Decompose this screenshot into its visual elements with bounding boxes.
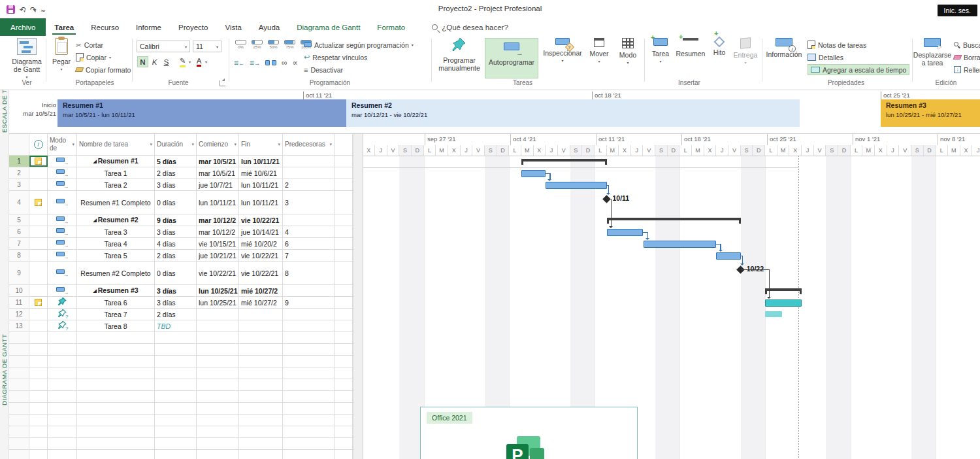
empty-cell[interactable] [239,344,283,355]
empty-cell[interactable] [283,415,335,426]
empty-cell[interactable] [155,403,197,414]
task-finish-cell[interactable] [239,309,283,320]
percent-0-button[interactable]: 0% [233,40,248,49]
filter-caret-icon[interactable]: ▾ [329,141,332,148]
copy-button[interactable]: Copiar ▾ [76,52,111,63]
sign-in-button[interactable]: Inic. ses. [938,5,977,16]
empty-cell[interactable] [155,332,197,343]
tab-proyecto[interactable]: Proyecto [170,18,216,36]
percent-75-button[interactable]: 75% [282,40,297,49]
empty-table-row[interactable] [9,450,353,459]
column-header-duration[interactable]: Duración▾ [155,134,197,155]
empty-cell[interactable] [197,426,239,437]
empty-cell[interactable] [335,403,353,414]
link-tasks-icon[interactable]: ∞ [282,58,287,67]
row-number[interactable]: 8 [9,250,29,261]
task-duration-cell[interactable]: 0 días [155,191,197,214]
task-start-cell[interactable]: lun 10/25/21 [197,297,239,308]
empty-cell[interactable] [29,450,48,459]
task-bar[interactable] [546,182,606,189]
task-predecessor-cell[interactable] [283,156,335,167]
empty-cell[interactable] [197,344,239,355]
task-notes-button[interactable]: Notas de tareas [808,39,866,50]
task-name-cell[interactable]: ◢ Resumen #3 [77,285,155,296]
task-name-cell[interactable]: Tarea 3 [77,226,155,237]
empty-cell[interactable] [197,367,239,379]
empty-cell[interactable] [335,415,353,426]
tab-ayuda[interactable]: Ayuda [250,18,288,36]
extra-cell[interactable] [335,320,353,332]
empty-cell[interactable] [155,344,197,355]
empty-cell[interactable] [48,344,77,355]
empty-cell[interactable] [155,426,197,437]
empty-table-row[interactable] [9,344,353,356]
task-bar[interactable] [521,170,546,177]
task-duration-cell[interactable]: 5 días [155,156,197,167]
row-number[interactable]: 7 [9,238,29,249]
empty-cell[interactable] [29,332,48,343]
task-name-cell[interactable]: Resumen #2 Completo [77,262,155,284]
task-start-cell[interactable]: lun 10/11/21 [197,191,239,214]
row-info-cell[interactable] [29,320,48,332]
empty-cell[interactable] [77,391,155,402]
empty-cell[interactable] [48,356,77,367]
empty-cell[interactable] [77,403,155,414]
task-start-cell[interactable]: jue 10/21/21 [197,250,239,261]
task-mode-cell[interactable]: → [48,214,77,226]
row-info-cell[interactable] [29,285,48,296]
task-name-cell[interactable]: ◢ Resumen #1 [77,156,155,167]
empty-cell[interactable] [48,367,77,379]
row-info-cell[interactable] [29,191,48,214]
extra-cell[interactable] [335,285,353,296]
task-mode-cell[interactable]: → [48,156,77,167]
empty-cell[interactable] [239,438,283,449]
details-button[interactable]: Detalles [808,52,843,63]
empty-cell[interactable] [335,344,353,355]
tab-informe[interactable]: Informe [127,18,170,36]
empty-cell[interactable] [239,379,283,390]
tab-vista[interactable]: Vista [216,18,250,36]
task-duration-cell[interactable]: 2 días [155,167,197,178]
summary-bar[interactable] [765,288,802,291]
empty-cell[interactable] [29,426,48,437]
task-finish-cell[interactable]: lun 10/11/21 [239,179,283,190]
task-duration-cell[interactable]: 3 días [155,297,197,308]
indent-icon[interactable]: ≡→ [250,58,260,67]
empty-cell[interactable] [197,450,239,459]
respect-links-button[interactable]: ↩ Respetar vínculos [304,52,367,63]
row-number[interactable]: 9 [9,262,29,284]
extra-cell[interactable] [335,250,353,261]
row-number[interactable]: 6 [9,226,29,237]
outdent-icon[interactable]: ≡← [234,58,244,67]
task-mode-cell[interactable]: → [48,226,77,237]
empty-cell[interactable] [9,356,29,367]
task-name-cell[interactable]: Tarea 2 [77,179,155,190]
empty-cell[interactable] [155,438,197,449]
extra-cell[interactable] [335,238,353,249]
task-name-cell[interactable]: Tarea 4 [77,238,155,249]
empty-cell[interactable] [155,391,197,402]
column-header-name[interactable]: Nombre de tarea▾ [77,134,155,155]
empty-cell[interactable] [77,344,155,355]
empty-cell[interactable] [9,332,29,343]
task-finish-cell[interactable]: mié 10/27/2 [239,297,283,308]
column-header-predecessors[interactable]: Predecesoras▾ [283,134,335,155]
empty-cell[interactable] [197,356,239,367]
column-header-start[interactable]: Comienzo▾ [197,134,239,155]
task-mode-cell[interactable]: → [48,167,77,178]
fill-button[interactable]: ↓ Rellenar ▾ [954,64,980,75]
task-predecessor-cell[interactable] [283,320,335,332]
filter-caret-icon[interactable]: ▾ [278,141,280,148]
task-finish-cell[interactable]: mié 10/6/21 [239,167,283,178]
empty-cell[interactable] [283,391,335,402]
timeline-summary-block[interactable]: Resumen #2mar 10/12/21 - vie 10/22/21 [346,99,800,127]
column-header-extra[interactable] [335,134,353,155]
empty-cell[interactable] [155,356,197,367]
extra-cell[interactable] [335,309,353,320]
task-finish-cell[interactable]: vie 10/22/21 [239,214,283,226]
timeline-summary-block[interactable]: Resumen #3lun 10/25/21 - mié 10/27/21 [881,99,980,127]
task-predecessor-cell[interactable] [283,214,335,226]
column-header-mode[interactable]: Modo de▾ [48,134,77,155]
empty-cell[interactable] [77,450,155,459]
row-info-cell[interactable] [29,226,48,237]
